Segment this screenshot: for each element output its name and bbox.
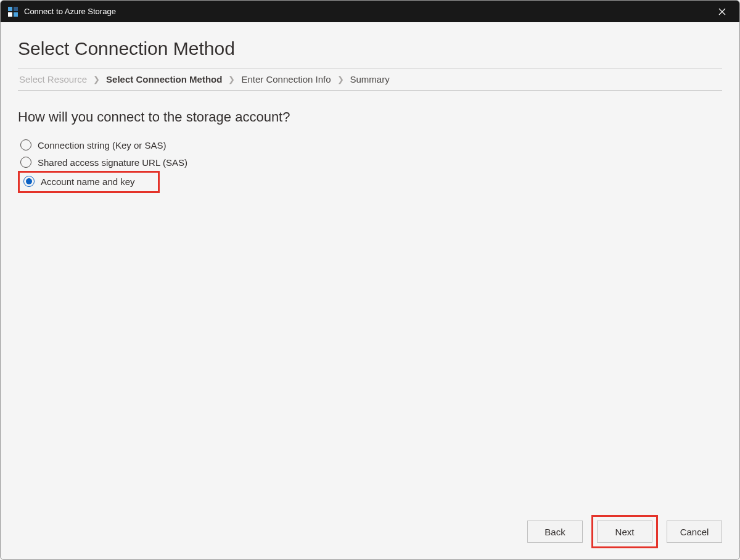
breadcrumb: Select Resource ❯ Select Connection Meth… (18, 68, 722, 91)
button-label: Next (615, 527, 635, 537)
highlight-box-selected-option: Account name and key (18, 171, 160, 193)
cancel-button[interactable]: Cancel (667, 521, 722, 543)
breadcrumb-step-enter-connection-info[interactable]: Enter Connection Info (241, 74, 331, 84)
page-title: Select Connection Method (18, 38, 722, 59)
radio-dot-icon (26, 178, 32, 184)
radio-icon (20, 157, 31, 168)
chevron-right-icon: ❯ (228, 75, 235, 84)
close-icon (718, 8, 726, 15)
button-label: Cancel (680, 527, 709, 537)
window-title: Connect to Azure Storage (24, 7, 116, 16)
radio-icon (20, 139, 31, 150)
next-button[interactable]: Next (597, 521, 652, 543)
titlebar: Connect to Azure Storage (1, 1, 739, 22)
question-label: How will you connect to the storage acco… (18, 109, 722, 125)
radio-option-connection-string[interactable]: Connection string (Key or SAS) (18, 136, 722, 154)
back-button[interactable]: Back (527, 521, 583, 543)
breadcrumb-step-select-connection-method[interactable]: Select Connection Method (106, 74, 222, 84)
close-button[interactable] (711, 1, 733, 22)
radio-label: Connection string (Key or SAS) (38, 140, 166, 150)
radio-option-account-name-key[interactable]: Account name and key (21, 173, 157, 190)
radio-label: Shared access signature URL (SAS) (38, 157, 187, 168)
svg-rect-1 (14, 7, 18, 11)
footer-buttons: Back Next Cancel (527, 515, 722, 548)
radio-option-sas-url[interactable]: Shared access signature URL (SAS) (18, 154, 722, 171)
dialog-window: Connect to Azure Storage Select Connecti… (0, 0, 740, 560)
titlebar-left: Connect to Azure Storage (8, 7, 116, 17)
radio-label: Account name and key (41, 176, 135, 187)
chevron-right-icon: ❯ (93, 75, 100, 84)
breadcrumb-step-select-resource[interactable]: Select Resource (19, 74, 87, 84)
app-icon (8, 7, 18, 17)
svg-rect-2 (8, 12, 12, 17)
highlight-box-next-button: Next (591, 515, 658, 548)
button-label: Back (545, 527, 565, 537)
breadcrumb-step-summary[interactable]: Summary (350, 74, 390, 84)
content-area: Select Connection Method Select Resource… (1, 22, 739, 559)
radio-icon (23, 176, 35, 187)
chevron-right-icon: ❯ (337, 75, 344, 84)
svg-rect-0 (8, 7, 12, 11)
svg-rect-3 (14, 12, 18, 17)
